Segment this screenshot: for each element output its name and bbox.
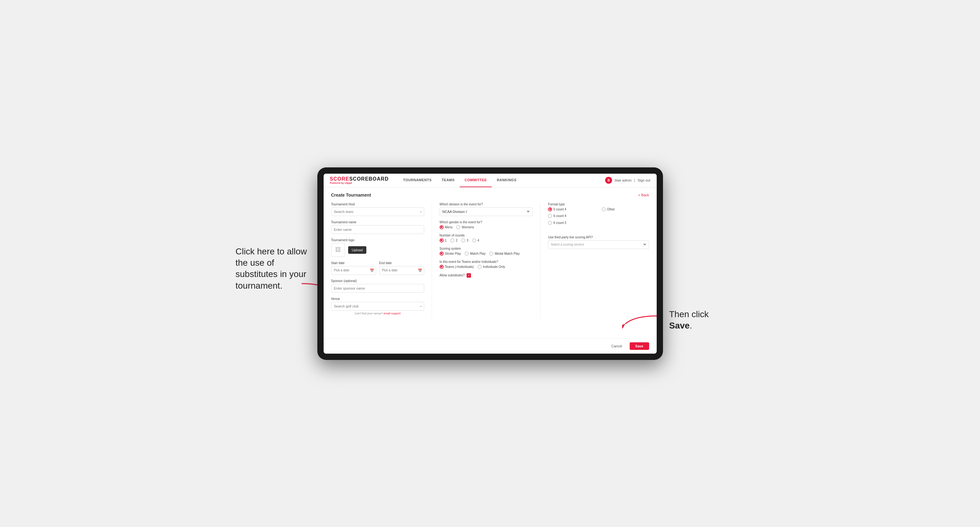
- division-select[interactable]: NCAA Division I: [439, 207, 533, 216]
- annotation-right: Then click Save.: [669, 309, 732, 332]
- end-date-input[interactable]: [379, 266, 424, 275]
- 5count4-radio[interactable]: [548, 207, 552, 211]
- user-info: B blair admin | Sign out: [605, 177, 650, 184]
- format-6count4[interactable]: 6 count 4: [548, 213, 595, 219]
- individuals-label: Individuals Only: [483, 265, 505, 268]
- clippd-brand: clippd: [345, 181, 352, 184]
- user-name: blair admin: [614, 178, 632, 182]
- round1-radio[interactable]: [439, 238, 444, 243]
- tablet-device: SCORESCOREBOARD Powered by clippd TOURNA…: [317, 167, 663, 360]
- stroke-play-radio[interactable]: [439, 252, 444, 256]
- scoring-system-group: Scoring system Stroke Play Match Play: [439, 247, 533, 256]
- page-title: Create Tournament: [331, 192, 371, 198]
- rounds-3[interactable]: 3: [461, 238, 468, 243]
- gender-mens[interactable]: Mens: [439, 225, 452, 229]
- tournament-name-group: Tournament name: [331, 221, 424, 234]
- tournament-logo-label: Tournament logo: [331, 238, 424, 242]
- navigation-bar: SCORESCOREBOARD Powered by clippd TOURNA…: [324, 174, 657, 187]
- email-support-link[interactable]: email support: [383, 312, 401, 315]
- medal-match-play-radio[interactable]: [489, 252, 493, 256]
- teams-label: Teams (+Individuals): [445, 265, 474, 268]
- round4-radio[interactable]: [472, 238, 476, 243]
- tournament-host-input[interactable]: [331, 207, 424, 216]
- gender-radio-group: Mens Womens: [439, 225, 533, 229]
- end-date-label: End date: [379, 261, 424, 265]
- start-date-wrapper: 📅: [331, 266, 376, 275]
- format-type-group: Format type 5 count 4 Other: [548, 203, 649, 225]
- powered-by: Powered by clippd: [330, 181, 389, 184]
- image-icon: 🖼: [335, 246, 341, 253]
- rounds-radio-group: 1 2 3: [439, 238, 533, 243]
- medal-match-play-label: Medal Match Play: [495, 252, 519, 256]
- mens-radio[interactable]: [439, 225, 444, 229]
- venue-input[interactable]: [331, 302, 424, 311]
- sponsor-label: Sponsor (optional): [331, 279, 424, 283]
- tournament-name-label: Tournament name: [331, 221, 424, 224]
- womens-radio[interactable]: [456, 225, 460, 229]
- score-red: SCORE: [330, 176, 349, 181]
- end-date-group: End date 📅: [379, 261, 424, 275]
- match-play-radio[interactable]: [465, 252, 469, 256]
- form-grid: Tournament Host ▾ Tournament name Tourna: [331, 203, 649, 319]
- start-date-label: Start date: [331, 261, 376, 265]
- date-row: Start date 📅 End date: [331, 261, 424, 275]
- scoring-radio-group: Stroke Play Match Play Medal Match Play: [439, 252, 533, 256]
- form-footer: Cancel Save: [324, 338, 657, 354]
- teams-individuals-group: Is this event for Teams and/or Individua…: [439, 260, 533, 269]
- save-button[interactable]: Save: [630, 342, 649, 350]
- rounds-4[interactable]: 4: [472, 238, 479, 243]
- 5count4-label: 5 count 4: [553, 208, 566, 211]
- scoreboard-brand: SCORESCOREBOARD: [330, 176, 389, 181]
- nav-committee[interactable]: COMMITTEE: [460, 174, 492, 187]
- format-other[interactable]: Other: [602, 207, 649, 211]
- nav-links: TOURNAMENTS TEAMS COMMITTEE RANKINGS: [398, 174, 605, 187]
- gender-label: Which gender is the event for?: [439, 221, 533, 224]
- tournament-host-group: Tournament Host ▾: [331, 203, 424, 216]
- medal-match-play[interactable]: Medal Match Play: [489, 252, 519, 256]
- other-radio[interactable]: [602, 207, 606, 211]
- tournament-name-input[interactable]: [331, 225, 424, 234]
- round4-label: 4: [477, 239, 479, 242]
- allow-substitutes-checkbox[interactable]: ✓: [466, 273, 471, 278]
- tablet-screen: SCORESCOREBOARD Powered by clippd TOURNA…: [324, 174, 657, 354]
- rounds-1[interactable]: 1: [439, 238, 447, 243]
- upload-button[interactable]: Upload: [348, 246, 367, 254]
- scoring-service-select[interactable]: Select a scoring service: [548, 240, 649, 249]
- start-date-input[interactable]: [331, 266, 376, 275]
- round2-radio[interactable]: [450, 238, 454, 243]
- round3-radio[interactable]: [461, 238, 465, 243]
- rounds-2[interactable]: 2: [450, 238, 458, 243]
- logo-upload-area: 🖼 Upload: [331, 243, 424, 257]
- individuals-radio[interactable]: [477, 265, 482, 269]
- annotation-left: Click here to allow the use of substitut…: [235, 246, 311, 292]
- scoring-system-label: Scoring system: [439, 247, 533, 250]
- cancel-button[interactable]: Cancel: [607, 342, 627, 350]
- nav-tournaments[interactable]: TOURNAMENTS: [398, 174, 437, 187]
- other-label: Other: [607, 208, 615, 211]
- gender-womens[interactable]: Womens: [456, 225, 474, 229]
- nav-teams[interactable]: TEAMS: [437, 174, 460, 187]
- teams-plus-individuals[interactable]: Teams (+Individuals): [439, 265, 474, 269]
- 6count5-radio[interactable]: [548, 221, 552, 225]
- sponsor-input[interactable]: [331, 284, 424, 293]
- user-avatar: B: [605, 177, 612, 184]
- start-date-group: Start date 📅: [331, 261, 376, 275]
- calendar-end-icon: 📅: [418, 268, 422, 272]
- match-play[interactable]: Match Play: [465, 252, 485, 256]
- venue-group: Venue ▾ Can't find your venue? email sup…: [331, 297, 424, 315]
- rounds-group: Number of rounds 1 2: [439, 234, 533, 243]
- sign-out-link[interactable]: Sign out: [638, 178, 650, 182]
- teams-radio[interactable]: [439, 265, 444, 269]
- mens-label: Mens: [445, 225, 452, 229]
- live-scoring-label: Use third-party live scoring API?: [548, 235, 649, 239]
- venue-label: Venue: [331, 297, 424, 300]
- allow-substitutes-checkbox-item[interactable]: Allow substitutes? ✓: [439, 273, 533, 278]
- chevron-down-icon: ▾: [420, 210, 422, 213]
- individuals-only[interactable]: Individuals Only: [477, 265, 505, 269]
- format-6count5[interactable]: 6 count 5: [548, 221, 595, 225]
- 6count4-radio[interactable]: [548, 214, 552, 218]
- back-link[interactable]: < Back: [638, 193, 649, 197]
- nav-rankings[interactable]: RANKINGS: [492, 174, 522, 187]
- stroke-play[interactable]: Stroke Play: [439, 252, 461, 256]
- format-5count4[interactable]: 5 count 4: [548, 207, 595, 211]
